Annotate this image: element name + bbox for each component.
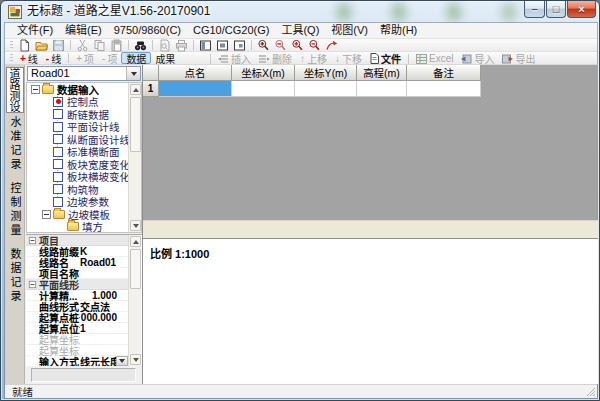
maximize-button[interactable]: □	[546, 1, 566, 18]
checkbox-icon[interactable]	[53, 122, 63, 132]
file-button[interactable]: 文件	[366, 53, 405, 65]
property-grid: 项目 线路前缀 K 线路名 Road01 项目名称	[26, 234, 142, 366]
toolbar-separator	[251, 40, 252, 50]
zoom-extent-in-icon[interactable]	[289, 39, 306, 51]
property-scrollbar[interactable]	[128, 235, 141, 366]
horizontal-splitter[interactable]	[143, 220, 598, 239]
checkbox-icon[interactable]	[53, 172, 63, 182]
window-title: 无标题 - 道路之星V1.56-20170901	[27, 1, 210, 23]
cell-elevation[interactable]	[357, 81, 407, 97]
drawing-canvas[interactable]: 比例 1:1000	[143, 239, 598, 384]
collapse-icon[interactable]	[29, 280, 36, 287]
file-icon	[370, 53, 379, 64]
checkbox-icon[interactable]	[53, 147, 63, 157]
folder-open-icon	[42, 85, 54, 94]
scroll-up-button[interactable]	[130, 236, 141, 247]
zoom-in-icon[interactable]	[255, 39, 272, 51]
row-header[interactable]: 1	[143, 81, 159, 97]
tree-subfolder-fill[interactable]: 填方	[27, 221, 141, 234]
collapse-icon[interactable]	[42, 210, 51, 219]
print-preview-icon	[156, 39, 173, 51]
data-view-button[interactable]: 数据	[121, 52, 151, 64]
menu-cg10-cg20[interactable]: CG10/CG20(G)	[187, 23, 275, 39]
property-row-input-mode[interactable]: 输入方式 线元长度	[26, 356, 129, 366]
scroll-up-button[interactable]	[130, 84, 141, 95]
table-row: 1	[143, 81, 481, 97]
pan-icon[interactable]	[323, 39, 340, 51]
combobox-dropdown-button[interactable]	[126, 67, 140, 80]
checkbox-icon[interactable]	[53, 197, 63, 207]
cell-coord-x[interactable]	[232, 81, 295, 97]
remove-line-button[interactable]: -线	[42, 52, 65, 64]
glass-reflection	[496, 1, 522, 23]
column-header-remark[interactable]: 备注	[407, 65, 481, 81]
export-icon	[502, 54, 513, 64]
route-combobox[interactable]: Road01	[27, 66, 141, 81]
radio-selected-icon[interactable]	[53, 97, 63, 107]
new-icon[interactable]	[16, 39, 33, 51]
zoom-out-icon[interactable]	[272, 39, 289, 51]
minimize-button[interactable]: –	[524, 1, 545, 18]
grid-toolbar: 插入 删除 ↑ 上移 ↓ 下移 文件	[207, 52, 539, 65]
column-header-point-name[interactable]: 点名	[159, 65, 232, 81]
workspace: 道路测设 水准记录 控制测量 数据记录 Road01	[5, 65, 597, 384]
route-combobox-value: Road01	[31, 67, 70, 79]
move-down-button: ↓ 下移	[331, 53, 366, 65]
plus-icon: +	[76, 53, 82, 64]
toolbar-grip[interactable]	[10, 41, 13, 50]
insert-icon	[218, 54, 229, 64]
scale-label: 比例 1:1000	[150, 245, 209, 261]
title-bar[interactable]: 无标题 - 道路之星V1.56-20170901 – □ ×	[1, 1, 600, 23]
close-button[interactable]: ×	[567, 1, 596, 18]
tab-control-survey[interactable]: 控制测量	[6, 179, 24, 241]
checkbox-icon[interactable]	[53, 109, 63, 119]
layout-sidebar-icon[interactable]	[197, 39, 214, 51]
chevron-down-icon	[131, 72, 137, 76]
chevron-down-icon	[119, 359, 125, 363]
zoom-extent-out-icon[interactable]	[306, 39, 323, 51]
collapse-icon[interactable]	[29, 236, 36, 243]
left-panel: Road01 数据输入 控制点	[26, 65, 142, 384]
property-dropdown-button[interactable]	[116, 356, 128, 366]
menu-view[interactable]: 视图(V)	[325, 23, 374, 39]
scrollbar-thumb[interactable]	[130, 249, 141, 289]
toolbar-grip[interactable]	[10, 54, 13, 63]
checkbox-icon[interactable]	[53, 134, 63, 144]
cell-point-name-selected[interactable]	[159, 81, 232, 97]
resize-grip-icon[interactable]	[584, 385, 596, 397]
menu-tools[interactable]: 工具(Q)	[275, 23, 325, 39]
menu-edit[interactable]: 编辑(E)	[59, 23, 108, 39]
scrollbar-thumb[interactable]	[130, 97, 141, 152]
scroll-down-button[interactable]	[130, 354, 141, 365]
layout-compact-icon[interactable]	[231, 39, 248, 51]
cell-coord-y[interactable]	[295, 81, 357, 97]
column-header-elevation[interactable]: 高程(m)	[357, 65, 407, 81]
minus-icon: -	[102, 53, 105, 64]
menu-9750-9860[interactable]: 9750/9860(C)	[108, 23, 187, 39]
tree-scrollbar[interactable]	[128, 83, 141, 232]
tab-level-record[interactable]: 水准记录	[6, 113, 24, 175]
data-input-tree: 数据输入 控制点 断链数据 平面设计线	[26, 82, 142, 233]
glass-reflection	[441, 1, 467, 23]
cell-remark[interactable]	[407, 81, 481, 97]
toolbar-separator	[408, 54, 409, 64]
open-icon[interactable]	[33, 39, 50, 51]
tab-data-record[interactable]: 数据记录	[6, 245, 24, 307]
column-header-coord-x[interactable]: 坐标X(m)	[232, 65, 295, 81]
find-icon[interactable]	[132, 39, 149, 51]
column-header-coord-y[interactable]: 坐标Y(m)	[295, 65, 357, 81]
checkbox-icon[interactable]	[53, 159, 63, 169]
points-table-header: 点名 坐标X(m) 坐标Y(m) 高程(m) 备注	[143, 65, 481, 81]
scroll-down-button[interactable]	[130, 220, 141, 231]
menu-file[interactable]: 文件(F)	[11, 23, 59, 39]
layout-window-icon[interactable]	[214, 39, 231, 51]
result-view-button[interactable]: 成果	[151, 52, 179, 64]
collapse-icon[interactable]	[31, 85, 40, 94]
checkbox-icon[interactable]	[53, 184, 63, 194]
remove-item-button: -项	[98, 52, 121, 64]
menu-help[interactable]: 帮助(H)	[374, 23, 423, 39]
delete-row-button: 删除	[255, 53, 296, 65]
property-description-box	[31, 368, 136, 382]
add-line-button[interactable]: +线	[16, 52, 42, 64]
tab-road-survey[interactable]: 道路测设	[6, 67, 24, 113]
